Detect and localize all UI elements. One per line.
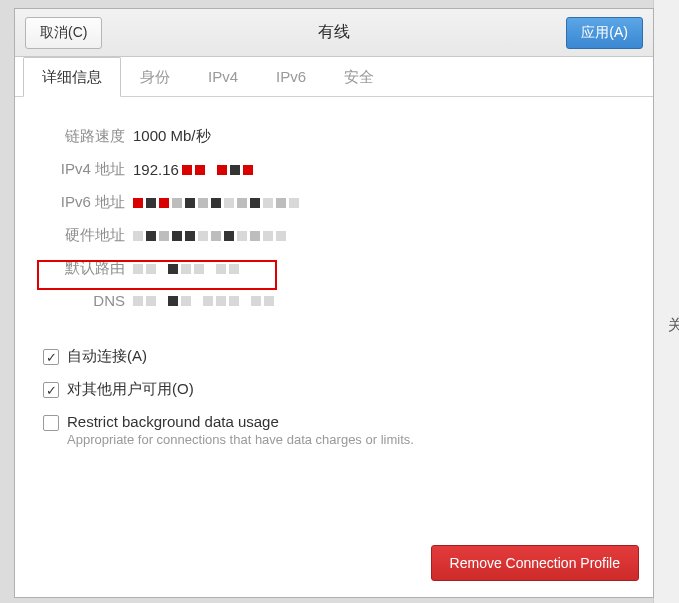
dialog-title: 有线 [318, 22, 350, 43]
option-auto-connect: 自动连接(A) [43, 347, 625, 366]
tab-ipv4[interactable]: IPv4 [189, 57, 257, 97]
apply-button[interactable]: 应用(A) [566, 17, 643, 49]
value-default-route [133, 264, 625, 274]
value-ipv4-address: 192.16 [133, 161, 625, 178]
restrict-bg-checkbox[interactable] [43, 415, 59, 431]
auto-connect-checkbox[interactable] [43, 349, 59, 365]
dns-redacted-mask [133, 296, 274, 306]
value-ipv6-address [133, 198, 625, 208]
route-redacted-mask [133, 264, 239, 274]
restrict-bg-sublabel: Appropriate for connections that have da… [67, 432, 414, 447]
option-restrict-background: Restrict background data usage Appropria… [43, 413, 625, 447]
option-available-all-users: 对其他用户可用(O) [43, 380, 625, 399]
remove-connection-button[interactable]: Remove Connection Profile [431, 545, 639, 581]
ipv4-visible-prefix: 192.16 [133, 161, 179, 178]
dialog-titlebar: 取消(C) 有线 应用(A) [15, 9, 653, 57]
value-dns [133, 296, 625, 306]
connection-info-grid: 链路速度 1000 Mb/秒 IPv4 地址 192.16 IPv6 地址 硬件… [43, 127, 625, 309]
label-ipv4-address: IPv4 地址 [43, 160, 125, 179]
underlying-window-sliver: 关 [653, 0, 679, 603]
ipv6-redacted-mask [133, 198, 299, 208]
label-default-route: 默认路由 [43, 259, 125, 278]
auto-connect-label: 自动连接(A) [67, 347, 147, 366]
tab-bar: 详细信息 身份 IPv4 IPv6 安全 [15, 57, 653, 97]
available-all-checkbox[interactable] [43, 382, 59, 398]
tab-details[interactable]: 详细信息 [23, 57, 121, 97]
connection-settings-dialog: 取消(C) 有线 应用(A) 详细信息 身份 IPv4 IPv6 安全 链路速度… [14, 8, 654, 598]
cancel-button[interactable]: 取消(C) [25, 17, 102, 49]
restrict-bg-label: Restrict background data usage [67, 413, 414, 430]
label-link-speed: 链路速度 [43, 127, 125, 146]
tab-identity[interactable]: 身份 [121, 57, 189, 97]
value-link-speed: 1000 Mb/秒 [133, 127, 625, 146]
options-section: 自动连接(A) 对其他用户可用(O) Restrict background d… [43, 347, 625, 447]
underlying-text-fragment: 关 [668, 316, 679, 335]
label-hardware-address: 硬件地址 [43, 226, 125, 245]
value-hardware-address [133, 231, 625, 241]
label-ipv6-address: IPv6 地址 [43, 193, 125, 212]
ipv4-redacted-mask [182, 165, 253, 175]
dialog-footer: Remove Connection Profile [15, 531, 653, 597]
tab-security[interactable]: 安全 [325, 57, 393, 97]
tab-ipv6[interactable]: IPv6 [257, 57, 325, 97]
hw-redacted-mask [133, 231, 286, 241]
available-all-label: 对其他用户可用(O) [67, 380, 194, 399]
label-dns: DNS [43, 292, 125, 309]
details-pane: 链路速度 1000 Mb/秒 IPv4 地址 192.16 IPv6 地址 硬件… [15, 97, 653, 531]
